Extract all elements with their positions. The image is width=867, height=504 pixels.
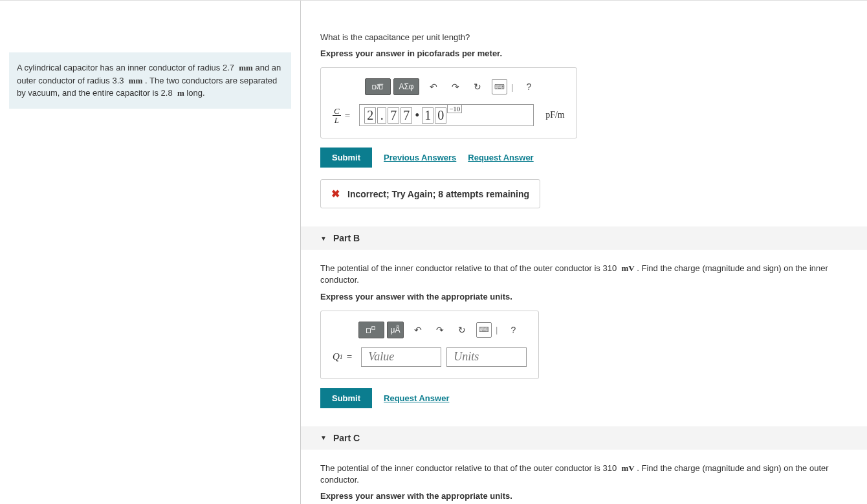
lhs-sub: 1	[340, 353, 343, 360]
inner-radius-unit: mm	[239, 63, 253, 72]
previous-answers-link[interactable]: Previous Answers	[384, 153, 456, 162]
request-answer-link[interactable]: Request Answer	[468, 153, 533, 162]
digit: 0	[435, 107, 446, 124]
part-c-instruction: Express your answer with the appropriate…	[320, 491, 848, 501]
part-b-section: The potential of the inner conductor rel…	[301, 250, 867, 426]
voltage-value: 310	[602, 263, 617, 273]
part-b-toolbar: μÅ ↶ ↷ ↻ ⌨ | ?	[358, 322, 527, 338]
keyboard-icon[interactable]: ⌨	[492, 79, 507, 94]
units-button[interactable]: μÅ	[387, 322, 404, 338]
template-icon	[366, 325, 377, 335]
digit: 7	[388, 107, 399, 124]
undo-icon[interactable]: ↶	[410, 322, 426, 338]
part-a-answer-row: C L = 2 . 7 7 • 1 0 −10	[333, 104, 565, 126]
exponent: −10	[447, 104, 462, 113]
reset-icon[interactable]: ↻	[454, 322, 470, 338]
lhs-numerator: C	[333, 107, 341, 116]
answer-panel: What is the capacitance per unit length?…	[301, 1, 867, 504]
length-unit: m	[177, 88, 184, 98]
svg-rect-2	[379, 85, 382, 89]
caret-down-icon: ▼	[320, 235, 327, 242]
digit: .	[377, 107, 386, 124]
part-c-header[interactable]: ▼ Part C	[301, 426, 867, 450]
lhs-base: Q	[333, 351, 340, 362]
problem-text: A cylindrical capacitor has an inner con…	[17, 63, 223, 72]
value-input[interactable]	[361, 347, 441, 367]
part-a-input[interactable]: 2 . 7 7 • 1 0 −10	[359, 104, 534, 126]
part-b-label: Part B	[333, 233, 360, 243]
voltage-value: 310	[602, 463, 617, 473]
part-a-instruction: Express your answer in picofarads per me…	[320, 49, 848, 58]
divider: |	[496, 325, 498, 334]
redo-icon[interactable]: ↷	[432, 322, 448, 338]
equals-sign: =	[345, 110, 350, 121]
part-b-answer-row: Q1 =	[333, 347, 527, 367]
lhs-denominator: L	[333, 116, 340, 124]
length-value: 2.8	[161, 88, 173, 98]
digit: 7	[401, 107, 412, 124]
q-text: The potential of the inner conductor rel…	[320, 463, 602, 473]
problem-panel: A cylindrical capacitor has an inner con…	[0, 1, 301, 504]
incorrect-icon: ✖	[331, 188, 340, 200]
outer-radius-unit: mm	[129, 76, 143, 85]
inner-radius-value: 2.7	[223, 63, 234, 72]
svg-rect-3	[367, 328, 371, 333]
problem-text: long.	[186, 88, 204, 98]
divider: |	[511, 82, 513, 92]
part-c-label: Part C	[333, 433, 360, 443]
problem-statement: A cylindrical capacitor has an inner con…	[9, 52, 291, 109]
part-c-section: The potential of the inner conductor rel…	[301, 450, 867, 504]
q-text: The potential of the inner conductor rel…	[320, 263, 602, 273]
templates-button[interactable]: n	[365, 78, 391, 95]
part-a-lhs: C L =	[333, 107, 354, 124]
part-a-question: What is the capacitance per unit length?	[320, 32, 848, 43]
reset-icon[interactable]: ↻	[470, 79, 485, 94]
part-a-section: What is the capacitance per unit length?…	[301, 12, 867, 226]
part-a-feedback: ✖ Incorrect; Try Again; 8 attempts remai…	[320, 179, 540, 208]
voltage-unit: mV	[621, 463, 634, 473]
keyboard-icon[interactable]: ⌨	[476, 322, 492, 338]
templates-button[interactable]	[358, 322, 384, 338]
part-b-header[interactable]: ▼ Part B	[301, 226, 867, 250]
undo-icon[interactable]: ↶	[426, 79, 441, 94]
feedback-text: Incorrect; Try Again; 8 attempts remaini…	[347, 189, 529, 199]
template-icon: n	[372, 82, 384, 92]
request-answer-link[interactable]: Request Answer	[384, 393, 449, 403]
submit-button[interactable]: Submit	[320, 388, 372, 408]
part-c-question: The potential of the inner conductor rel…	[320, 463, 848, 486]
part-a-actions: Submit Previous Answers Request Answer	[320, 148, 848, 168]
part-b-instruction: Express your answer with the appropriate…	[320, 292, 848, 301]
help-icon[interactable]: ?	[505, 322, 521, 338]
part-b-lhs: Q1 =	[333, 351, 356, 362]
equals-sign: =	[347, 351, 352, 362]
symbols-button[interactable]: ΑΣφ	[393, 78, 419, 95]
svg-rect-4	[372, 326, 375, 329]
bullet: •	[415, 108, 419, 123]
part-b-actions: Submit Request Answer	[320, 388, 848, 408]
svg-rect-0	[373, 85, 376, 89]
part-a-answer-box: n ΑΣφ ↶ ↷ ↻ ⌨ | ? C L =	[320, 67, 577, 138]
help-icon[interactable]: ?	[521, 79, 536, 94]
caret-down-icon: ▼	[320, 434, 327, 441]
units-input[interactable]	[446, 347, 527, 367]
outer-radius-value: 3.3	[112, 76, 124, 85]
submit-button[interactable]: Submit	[320, 148, 372, 168]
voltage-unit: mV	[621, 263, 634, 273]
digit: 1	[422, 107, 434, 124]
redo-icon[interactable]: ↷	[448, 79, 463, 94]
part-b-answer-box: μÅ ↶ ↷ ↻ ⌨ | ? Q1 =	[320, 311, 539, 379]
part-a-unit: pF/m	[545, 110, 565, 120]
part-b-question: The potential of the inner conductor rel…	[320, 263, 848, 286]
part-a-toolbar: n ΑΣφ ↶ ↷ ↻ ⌨ | ?	[365, 78, 565, 95]
digit: 2	[364, 107, 376, 124]
